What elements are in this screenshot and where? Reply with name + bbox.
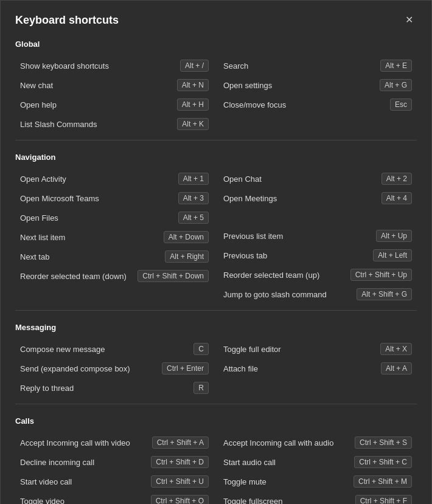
shortcut-row-navigation-right-6: Jump to goto slash commandAlt + Shift + … bbox=[218, 285, 417, 304]
shortcut-row-empty bbox=[218, 378, 417, 396]
shortcut-key: Alt + 5 bbox=[178, 212, 209, 224]
shortcut-row-navigation-left-3: Next list itemAlt + Down bbox=[15, 227, 214, 247]
shortcut-label: Jump to goto slash command bbox=[223, 290, 352, 299]
shortcut-key: C bbox=[193, 343, 209, 355]
shortcut-row-calls-left-3: Toggle videoCtrl + Shift + O bbox=[15, 491, 214, 504]
shortcut-row-global-left-0: Show keyboard shortcutsAlt + / bbox=[15, 56, 214, 75]
shortcut-key: Ctrl + Shift + M bbox=[354, 475, 412, 488]
shortcut-key: Ctrl + Shift + C bbox=[354, 456, 412, 468]
shortcut-row-messaging-left-2: Reply to threadR bbox=[15, 378, 214, 398]
shortcut-label: Reply to thread bbox=[20, 384, 189, 393]
right-col-calls: Accept Incoming call with audioCtrl + Sh… bbox=[216, 433, 417, 504]
shortcut-row-navigation-left-1: Open Microsoft TeamsAlt + 3 bbox=[15, 188, 214, 208]
shortcut-row-calls-left-2: Start video callCtrl + Shift + U bbox=[15, 472, 214, 491]
shortcut-label: Open Meetings bbox=[223, 194, 377, 203]
shortcut-row-navigation-left-2: Open FilesAlt + 5 bbox=[15, 208, 214, 227]
shortcut-label: Accept Incoming call with audio bbox=[223, 438, 350, 447]
shortcut-label: Compose new message bbox=[20, 345, 189, 354]
shortcut-row-calls-right-0: Accept Incoming call with audioCtrl + Sh… bbox=[218, 433, 417, 452]
shortcut-row-messaging-right-0: Toggle full editorAlt + X bbox=[218, 339, 417, 359]
shortcut-label: Open Chat bbox=[223, 174, 377, 184]
shortcut-row-calls-left-1: Decline incoming callCtrl + Shift + D bbox=[15, 452, 214, 472]
shortcut-row-calls-left-0: Accept Incoming call with videoCtrl + Sh… bbox=[15, 433, 214, 452]
shortcut-label: Toggle video bbox=[20, 497, 146, 505]
shortcut-label: Next tab bbox=[20, 252, 160, 261]
shortcut-key: Ctrl + Shift + F bbox=[355, 495, 412, 504]
shortcut-key: Alt + Right bbox=[165, 250, 209, 263]
shortcut-label: Start audio call bbox=[223, 458, 349, 467]
shortcut-key: Alt + K bbox=[177, 118, 209, 130]
shortcut-label: Start video call bbox=[20, 477, 146, 486]
shortcut-row-navigation-left-4: Next tabAlt + Right bbox=[15, 247, 214, 266]
section-title-messaging: Messaging bbox=[15, 323, 417, 332]
right-col-messaging: Toggle full editorAlt + XAttach fileAlt … bbox=[216, 339, 417, 398]
shortcut-label: Toggle fullscreen bbox=[223, 497, 350, 505]
shortcut-row-global-right-0: SearchAlt + E bbox=[218, 56, 417, 75]
section-divider bbox=[15, 140, 417, 140]
shortcut-label: New chat bbox=[20, 81, 172, 90]
section-messaging: MessagingCompose new messageCSend (expan… bbox=[15, 323, 417, 404]
shortcut-row-messaging-left-0: Compose new messageC bbox=[15, 339, 214, 359]
shortcut-key: R bbox=[193, 382, 209, 394]
shortcut-key: Alt + 1 bbox=[178, 173, 209, 185]
section-divider bbox=[15, 404, 417, 404]
right-col-global: SearchAlt + EOpen settingsAlt + GClose/m… bbox=[216, 56, 417, 134]
shortcut-label: Open Activity bbox=[20, 174, 173, 184]
shortcut-key: Alt + Down bbox=[164, 231, 209, 243]
shortcut-label: Reorder selected team (up) bbox=[223, 271, 346, 280]
shortcuts-grid-messaging: Compose new messageCSend (expanded compo… bbox=[15, 339, 417, 398]
shortcut-label: Open Microsoft Teams bbox=[20, 194, 173, 203]
sections-container: GlobalShow keyboard shortcutsAlt + /New … bbox=[15, 40, 417, 504]
close-button[interactable]: ✕ bbox=[402, 13, 417, 27]
shortcut-key: Alt + A bbox=[381, 362, 412, 375]
shortcut-row-calls-right-2: Toggle muteCtrl + Shift + M bbox=[218, 472, 417, 491]
shortcut-key: Alt + H bbox=[177, 98, 209, 111]
shortcut-row-calls-right-3: Toggle fullscreenCtrl + Shift + F bbox=[218, 491, 417, 504]
shortcut-key: Ctrl + Shift + Up bbox=[350, 269, 412, 281]
shortcut-key: Ctrl + Enter bbox=[162, 362, 209, 375]
keyboard-shortcuts-modal: Keyboard shortcuts ✕ GlobalShow keyboard… bbox=[0, 0, 432, 504]
shortcut-row-global-left-1: New chatAlt + N bbox=[15, 75, 214, 95]
shortcuts-grid-calls: Accept Incoming call with videoCtrl + Sh… bbox=[15, 433, 417, 504]
shortcut-key: Alt + G bbox=[380, 79, 412, 91]
shortcut-row-messaging-left-1: Send (expanded compose box)Ctrl + Enter bbox=[15, 359, 214, 378]
shortcut-label: List Slash Commands bbox=[20, 120, 172, 129]
shortcut-key: Esc bbox=[390, 98, 412, 111]
shortcut-key: Ctrl + Shift + Down bbox=[138, 270, 209, 282]
shortcut-key: Alt + X bbox=[380, 343, 412, 355]
section-divider bbox=[15, 310, 417, 311]
shortcut-label: Next list item bbox=[20, 233, 159, 242]
shortcut-key: Alt + 3 bbox=[178, 192, 209, 204]
modal-header: Keyboard shortcuts ✕ bbox=[15, 13, 417, 27]
shortcut-row-global-right-2: Close/move focusEsc bbox=[218, 95, 417, 114]
left-col-global: Show keyboard shortcutsAlt + /New chatAl… bbox=[15, 56, 216, 134]
shortcut-key: Alt + N bbox=[177, 79, 209, 91]
shortcut-row-empty bbox=[218, 208, 417, 226]
shortcut-label: Accept Incoming call with video bbox=[20, 438, 147, 447]
shortcut-row-calls-right-1: Start audio callCtrl + Shift + C bbox=[218, 452, 417, 472]
shortcut-label: Previous tab bbox=[223, 251, 368, 260]
shortcut-label: Previous list item bbox=[223, 232, 371, 241]
shortcut-key: Ctrl + Shift + S bbox=[355, 437, 412, 449]
shortcut-row-navigation-right-1: Open MeetingsAlt + 4 bbox=[218, 188, 417, 208]
section-navigation: NavigationOpen ActivityAlt + 1Open Micro… bbox=[15, 153, 417, 311]
section-calls: CallsAccept Incoming call with videoCtrl… bbox=[15, 416, 417, 504]
shortcut-key: Alt + / bbox=[180, 60, 209, 72]
shortcut-row-navigation-right-0: Open ChatAlt + 2 bbox=[218, 169, 417, 188]
shortcut-label: Search bbox=[223, 61, 375, 71]
shortcut-row-global-left-3: List Slash CommandsAlt + K bbox=[15, 114, 214, 134]
right-col-navigation: Open ChatAlt + 2Open MeetingsAlt + 4Prev… bbox=[216, 169, 417, 304]
left-col-navigation: Open ActivityAlt + 1Open Microsoft Teams… bbox=[15, 169, 216, 304]
shortcut-row-navigation-right-5: Reorder selected team (up)Ctrl + Shift +… bbox=[218, 265, 417, 285]
shortcut-key: Alt + E bbox=[380, 60, 412, 72]
shortcut-key: Alt + 4 bbox=[381, 192, 412, 204]
shortcut-key: Alt + Left bbox=[373, 249, 412, 261]
shortcut-label: Attach file bbox=[223, 364, 376, 373]
shortcut-label: Show keyboard shortcuts bbox=[20, 61, 175, 71]
shortcut-row-navigation-right-4: Previous tabAlt + Left bbox=[218, 246, 417, 265]
shortcut-label: Close/move focus bbox=[223, 100, 385, 109]
shortcut-key: Ctrl + Shift + A bbox=[152, 437, 209, 449]
shortcut-row-navigation-right-3: Previous list itemAlt + Up bbox=[218, 226, 417, 246]
shortcut-label: Open help bbox=[20, 100, 172, 109]
shortcut-row-navigation-left-0: Open ActivityAlt + 1 bbox=[15, 169, 214, 188]
